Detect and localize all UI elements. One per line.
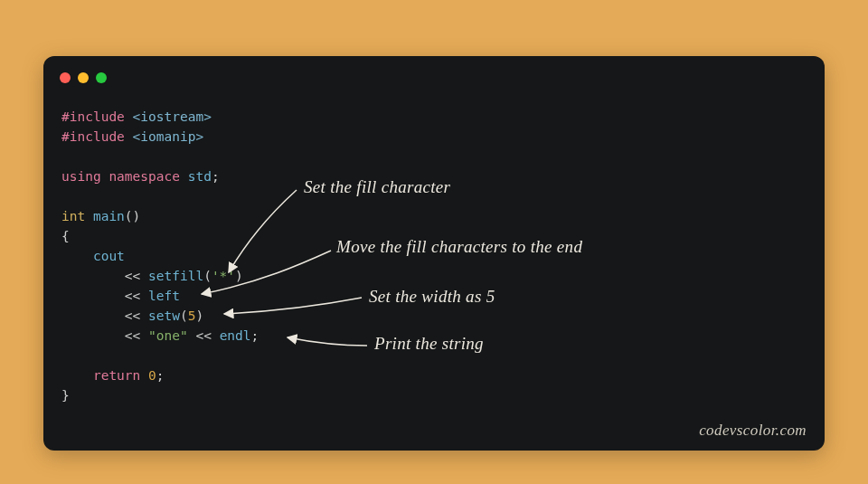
code-token: << (125, 269, 148, 283)
code-token (61, 269, 125, 283)
code-token: } (61, 388, 70, 403)
code-token: << (125, 289, 148, 303)
annotation-left: Move the fill characters to the end (336, 237, 582, 257)
code-token: cout (93, 249, 125, 263)
code-token: main (85, 209, 125, 223)
code-token: using (61, 169, 101, 184)
code-token: setfill (148, 269, 203, 283)
code-token (140, 368, 148, 383)
code-token: "one" (148, 328, 188, 343)
code-token (61, 308, 125, 323)
code-token (61, 328, 125, 343)
code-token: { (61, 229, 70, 243)
code-token (61, 289, 125, 303)
code-token: << (125, 328, 148, 343)
code-token: ; (251, 328, 259, 343)
code-token: ; (156, 368, 165, 383)
code-token: #include (61, 109, 125, 124)
traffic-lights (60, 72, 107, 83)
code-token: ) (195, 308, 203, 323)
code-token: return (93, 368, 140, 383)
code-window: #include <iostream> #include <iomanip> u… (43, 56, 825, 451)
code-token: ; (212, 169, 220, 184)
minimize-icon[interactable] (78, 72, 89, 83)
code-token: << (125, 308, 148, 323)
code-token: setw (148, 308, 180, 323)
code-block: #include <iostream> #include <iomanip> u… (61, 107, 259, 405)
code-token: () (125, 209, 140, 223)
code-token: int (61, 209, 85, 223)
code-token (61, 368, 93, 383)
code-token: std (180, 169, 212, 184)
code-token: <iostream> (125, 109, 212, 124)
code-token: namespace (101, 169, 180, 184)
code-token: <iomanip> (125, 129, 203, 144)
code-token: #include (61, 129, 125, 144)
code-token: left (148, 289, 180, 303)
annotation-setfill: Set the fill character (304, 177, 450, 197)
code-token: '*' (212, 269, 235, 283)
close-icon[interactable] (60, 72, 71, 83)
code-token: endl (220, 328, 251, 343)
annotation-setw: Set the width as 5 (369, 287, 495, 307)
code-token: << (188, 328, 220, 343)
zoom-icon[interactable] (96, 72, 107, 83)
code-token: ( (180, 308, 188, 323)
code-token (61, 249, 93, 263)
annotation-print: Print the string (374, 334, 484, 354)
code-token: ) (235, 269, 243, 283)
watermark: codevscolor.com (699, 422, 807, 440)
code-token: 0 (148, 368, 156, 383)
code-token: ( (203, 269, 212, 283)
